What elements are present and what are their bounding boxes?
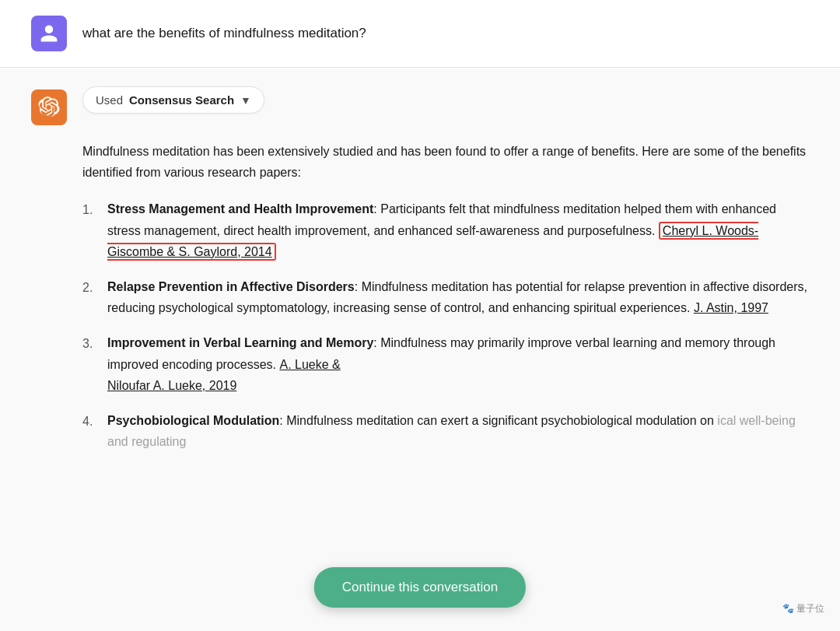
benefit-item-4: 4. Psychobiological Modulation: Mindfuln…: [82, 410, 809, 452]
citation-link-3[interactable]: A. Lueke &Niloufar A. Lueke, 2019: [107, 358, 341, 392]
intro-paragraph: Mindfulness meditation has been extensiv…: [82, 141, 809, 183]
citation-link-1[interactable]: Cheryl L. Woods-Giscombe & S. Gaylord, 2…: [107, 224, 758, 258]
person-icon: [39, 23, 59, 44]
chatgpt-icon: [38, 96, 60, 118]
benefit-item-3: 3. Improvement in Verbal Learning and Me…: [82, 332, 809, 396]
ai-avatar: [31, 89, 67, 125]
citation-link-2[interactable]: J. Astin, 1997: [694, 301, 768, 314]
ai-header: Used Consensus Search ▼: [31, 86, 809, 125]
benefit-content-1: Stress Management and Health Improvement…: [107, 198, 809, 262]
user-message-section: what are the benefits of mindfulness med…: [0, 0, 840, 68]
page-container: what are the benefits of mindfulness med…: [0, 0, 840, 631]
benefit-title-3: Improvement in Verbal Learning and Memor…: [107, 336, 373, 349]
list-number-4: 4.: [82, 410, 98, 452]
benefit-item-1: 1. Stress Management and Health Improvem…: [82, 198, 809, 262]
benefits-list: 1. Stress Management and Health Improvem…: [82, 198, 809, 452]
consensus-prefix: Used: [96, 93, 123, 107]
list-number-2: 2.: [82, 276, 98, 318]
watermark-icon: 🐾: [782, 603, 794, 614]
continue-button-container: Continue this conversation: [314, 567, 526, 608]
list-number-1: 1.: [82, 198, 98, 262]
list-number-3: 3.: [82, 332, 98, 396]
watermark: 🐾 量子位: [782, 602, 824, 615]
continue-button[interactable]: Continue this conversation: [314, 567, 526, 608]
benefit-title-2: Relapse Prevention in Affective Disorder…: [107, 280, 355, 293]
benefit-item-2: 2. Relapse Prevention in Affective Disor…: [82, 276, 809, 318]
benefit-title-4: Psychobiological Modulation: [107, 414, 279, 427]
benefit-content-3: Improvement in Verbal Learning and Memor…: [107, 332, 809, 396]
ai-response-section: Used Consensus Search ▼ Mindfulness medi…: [0, 68, 840, 485]
user-avatar: [31, 16, 67, 51]
citation-box-1: Cheryl L. Woods-Giscombe & S. Gaylord, 2…: [107, 222, 758, 261]
consensus-name: Consensus Search: [129, 93, 234, 107]
benefit-title-1: Stress Management and Health Improvement: [107, 202, 373, 216]
user-message: what are the benefits of mindfulness med…: [82, 23, 366, 44]
benefit-content-2: Relapse Prevention in Affective Disorder…: [107, 276, 809, 318]
chevron-down-icon: ▼: [240, 94, 251, 107]
watermark-text: 量子位: [796, 603, 824, 614]
consensus-badge[interactable]: Used Consensus Search ▼: [82, 86, 264, 114]
ai-content: Mindfulness meditation has been extensiv…: [82, 141, 809, 466]
benefit-content-4: Psychobiological Modulation: Mindfulness…: [107, 410, 809, 452]
